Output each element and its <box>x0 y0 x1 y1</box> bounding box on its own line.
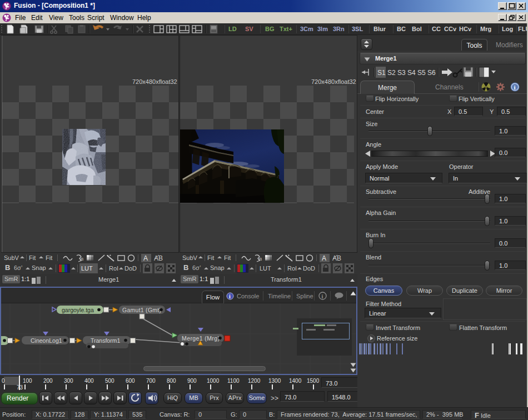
svg-text:RoI: RoI <box>287 265 297 272</box>
svg-text:A: A <box>322 254 326 262</box>
svg-text:S3: S3 <box>397 69 406 77</box>
svg-text:B: B <box>259 257 262 262</box>
svg-text:CineonLog1: CineonLog1 <box>31 337 62 344</box>
svg-text:S1: S1 <box>377 69 386 77</box>
svg-text:LUT: LUT <box>81 265 93 272</box>
svg-text:S5: S5 <box>417 69 426 77</box>
svg-text:gargoyle.tga: gargoyle.tga <box>62 307 94 313</box>
svg-text:A: A <box>143 254 148 262</box>
svg-text:DoD: DoD <box>124 265 137 272</box>
svg-text:DoD: DoD <box>303 265 315 272</box>
svg-text:RoI: RoI <box>109 265 118 272</box>
svg-text:S4: S4 <box>407 69 416 77</box>
svg-text:S2: S2 <box>387 69 396 77</box>
svg-text:Gamut1 (Gmt): Gamut1 (Gmt) <box>122 307 161 313</box>
svg-text:LUT: LUT <box>260 265 271 272</box>
svg-text:i: i <box>514 84 516 91</box>
svg-text:S6: S6 <box>427 69 436 77</box>
svg-text:Transform1: Transform1 <box>91 337 120 344</box>
svg-text:Merge1 (Mrg): Merge1 (Mrg) <box>182 335 220 342</box>
svg-text:B: B <box>81 257 83 262</box>
